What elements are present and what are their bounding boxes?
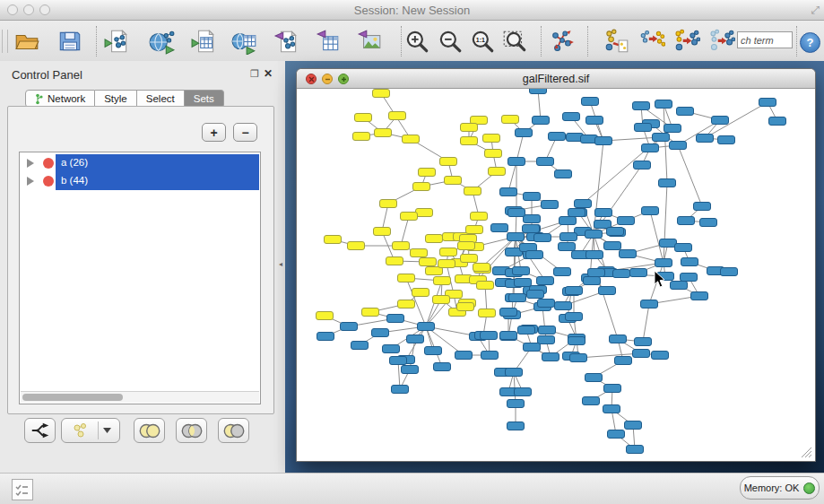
network-node[interactable]	[563, 113, 580, 121]
network-node[interactable]	[568, 209, 585, 217]
network-node[interactable]	[374, 228, 391, 236]
network-node[interactable]	[440, 158, 457, 166]
network-node[interactable]	[595, 209, 612, 217]
network-node[interactable]	[473, 264, 490, 272]
network-node[interactable]	[585, 374, 603, 382]
open-session-button[interactable]	[12, 26, 42, 56]
network-node[interactable]	[485, 150, 502, 158]
network-node[interactable]	[566, 313, 583, 321]
network-node[interactable]	[524, 343, 541, 352]
zoom-in-button[interactable]	[402, 26, 432, 56]
network-node[interactable]	[555, 170, 572, 178]
network-node[interactable]	[401, 213, 418, 221]
network-node[interactable]	[386, 257, 403, 265]
network-node[interactable]	[523, 225, 540, 233]
network-node[interactable]	[461, 137, 478, 145]
network-node[interactable]	[411, 249, 428, 257]
network-node[interactable]	[483, 135, 500, 143]
network-node[interactable]	[413, 183, 430, 191]
network-node[interactable]	[479, 309, 496, 317]
network-node[interactable]	[641, 300, 658, 308]
network-node[interactable]	[393, 242, 410, 250]
network-node[interactable]	[659, 179, 676, 187]
network-node[interactable]	[317, 333, 334, 341]
zoom-fit-content-button[interactable]	[499, 26, 530, 56]
panel-splitter[interactable]: ◂	[278, 61, 285, 473]
network-node[interactable]	[353, 133, 370, 141]
network-node[interactable]	[434, 363, 451, 371]
network-node[interactable]	[341, 323, 358, 331]
network-node[interactable]	[373, 90, 390, 98]
network-node[interactable]	[491, 224, 508, 232]
network-node[interactable]	[671, 282, 688, 290]
network-node[interactable]	[604, 385, 621, 393]
network-graph[interactable]	[297, 89, 813, 459]
network-node[interactable]	[420, 258, 437, 266]
network-node[interactable]	[481, 352, 499, 360]
network-node[interactable]	[613, 270, 630, 278]
network-node[interactable]	[721, 268, 738, 276]
network-node[interactable]	[566, 287, 583, 295]
deselect-nodes-button[interactable]	[707, 26, 737, 56]
network-node[interactable]	[516, 129, 533, 137]
network-node[interactable]	[515, 388, 532, 396]
network-node[interactable]	[372, 329, 389, 337]
network-node[interactable]	[457, 303, 474, 311]
import-table-web-button[interactable]	[230, 26, 260, 56]
network-node[interactable]	[570, 354, 587, 362]
network-node[interactable]	[507, 233, 525, 241]
network-node[interactable]	[769, 117, 786, 126]
task-history-button[interactable]	[12, 479, 33, 500]
network-node[interactable]	[419, 169, 436, 177]
network-node[interactable]	[670, 142, 687, 150]
network-node[interactable]	[438, 260, 455, 268]
tab-style[interactable]: Style	[95, 90, 137, 108]
network-node[interactable]	[630, 269, 647, 277]
network-node[interactable]	[694, 203, 711, 211]
network-node[interactable]	[407, 335, 424, 343]
intersect-sets-button[interactable]	[176, 418, 207, 443]
network-node[interactable]	[635, 124, 652, 132]
network-node[interactable]	[691, 292, 708, 300]
network-node[interactable]	[466, 226, 483, 234]
select-nodes-button[interactable]	[672, 26, 702, 56]
network-node[interactable]	[500, 332, 517, 340]
dropdown-caret-icon[interactable]	[103, 428, 111, 433]
network-node[interactable]	[509, 294, 526, 302]
network-node[interactable]	[538, 336, 555, 344]
network-node[interactable]	[586, 251, 603, 259]
network-node[interactable]	[508, 158, 525, 166]
network-node[interactable]	[464, 187, 481, 196]
network-node[interactable]	[677, 108, 694, 116]
network-node[interactable]	[539, 326, 556, 335]
network-node[interactable]	[458, 242, 475, 250]
network-node[interactable]	[664, 125, 681, 133]
zoom-out-button[interactable]	[435, 26, 465, 56]
set-row-a[interactable]: a (26)	[20, 154, 260, 172]
network-node[interactable]	[402, 366, 419, 374]
network-node[interactable]	[481, 332, 498, 340]
network-node[interactable]	[568, 337, 585, 345]
network-node[interactable]	[712, 117, 729, 125]
network-node[interactable]	[537, 277, 554, 285]
import-network-web-button[interactable]	[147, 26, 178, 56]
network-node[interactable]	[681, 274, 698, 282]
tab-select[interactable]: Select	[137, 90, 185, 108]
network-node[interactable]	[389, 112, 406, 120]
network-node[interactable]	[524, 193, 541, 201]
network-node[interactable]	[412, 289, 429, 297]
create-network-from-set-button[interactable]	[61, 418, 120, 443]
network-node[interactable]	[471, 213, 488, 221]
network-node[interactable]	[461, 124, 478, 132]
network-node[interactable]	[390, 357, 407, 365]
network-node[interactable]	[588, 269, 605, 277]
network-node[interactable]	[380, 200, 397, 208]
network-node[interactable]	[398, 300, 415, 308]
network-window-titlebar[interactable]: galFiltered.sif	[297, 69, 815, 89]
network-node[interactable]	[604, 242, 621, 250]
network-node[interactable]	[559, 243, 576, 251]
difference-sets-button[interactable]	[218, 418, 249, 443]
network-node[interactable]	[362, 308, 379, 317]
network-node[interactable]	[387, 315, 404, 323]
network-node[interactable]	[508, 209, 525, 217]
